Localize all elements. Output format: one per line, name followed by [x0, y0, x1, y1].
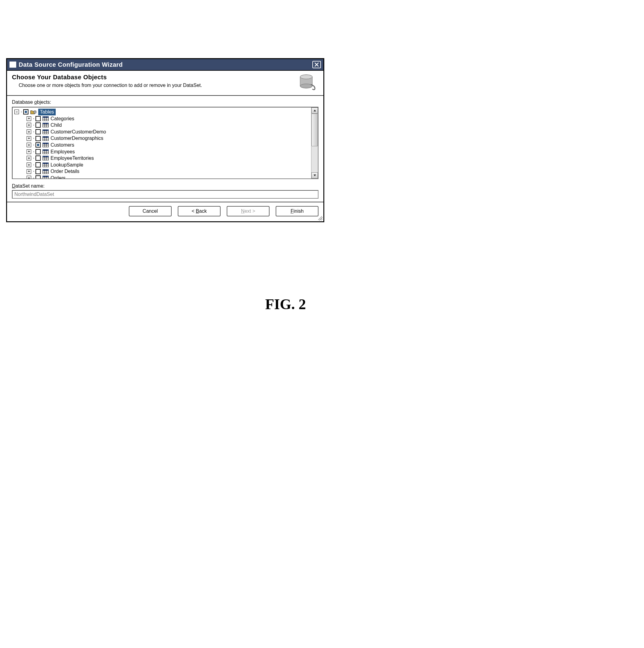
- checkbox[interactable]: [36, 116, 41, 121]
- dataset-name-input[interactable]: [12, 190, 318, 199]
- tree-connector: ···: [33, 156, 34, 160]
- tree-connector: ···: [33, 169, 34, 173]
- checkbox[interactable]: [36, 175, 41, 178]
- expand-icon[interactable]: +: [26, 163, 31, 167]
- tree-item-label[interactable]: Order Details: [51, 168, 79, 175]
- table-icon: [43, 176, 49, 178]
- collapse-icon[interactable]: −: [14, 110, 19, 114]
- table-icon: [43, 143, 49, 148]
- svg-rect-12: [43, 116, 49, 117]
- tree-connector: ···: [33, 150, 34, 154]
- titlebar-title: Data Source Configuration Wizard: [19, 61, 310, 68]
- tree-item-label[interactable]: CustomerCustomerDemo: [51, 128, 106, 135]
- back-button[interactable]: < Back: [178, 206, 221, 216]
- checkbox[interactable]: [36, 136, 41, 141]
- checkbox[interactable]: [36, 129, 41, 134]
- vertical-scrollbar[interactable]: [311, 107, 318, 178]
- checkbox[interactable]: [36, 142, 41, 148]
- tree-connector: ···: [21, 110, 21, 114]
- expand-icon[interactable]: +: [26, 129, 31, 134]
- svg-marker-77: [313, 110, 316, 111]
- tree-connector: ···: [33, 136, 34, 141]
- expand-icon[interactable]: +: [26, 169, 31, 174]
- footer: Cancel < Back Next > Finish: [7, 202, 324, 221]
- table-icon: [43, 123, 49, 128]
- tree-root-label[interactable]: Tables: [38, 109, 55, 115]
- header-title: Choose Your Database Objects: [12, 74, 293, 81]
- header-description: Choose one or more objects from your con…: [12, 82, 232, 89]
- tree-connector: ···: [33, 163, 34, 167]
- tree-connector: ···: [33, 176, 34, 178]
- titlebar[interactable]: Data Source Configuration Wizard: [7, 59, 324, 71]
- svg-point-8: [300, 84, 312, 88]
- table-icon: [43, 129, 49, 134]
- next-button[interactable]: Next >: [227, 206, 270, 216]
- resize-grip[interactable]: [318, 216, 323, 220]
- figure-label: FIG. 2: [6, 296, 331, 313]
- dataset-name-label: DataSet name:: [12, 183, 318, 189]
- scroll-track[interactable]: [311, 146, 318, 172]
- checkbox[interactable]: [36, 149, 41, 154]
- expand-icon[interactable]: +: [26, 136, 31, 141]
- svg-rect-60: [43, 169, 49, 170]
- svg-rect-42: [43, 149, 49, 151]
- tree-connector: ···: [33, 130, 34, 134]
- tree-connector: ···: [33, 143, 34, 147]
- expand-icon[interactable]: +: [26, 116, 31, 121]
- tree-connector: ···: [33, 123, 34, 127]
- tree-connector: ···: [33, 117, 34, 121]
- finish-button[interactable]: Finish: [276, 206, 318, 216]
- checkbox[interactable]: [23, 109, 28, 114]
- svg-rect-66: [43, 176, 49, 177]
- svg-rect-2: [13, 62, 16, 64]
- header: Choose Your Database Objects Choose one …: [7, 71, 324, 96]
- tree-item-label[interactable]: Child: [51, 122, 61, 128]
- checkbox[interactable]: [36, 169, 41, 174]
- checkbox[interactable]: [36, 156, 41, 161]
- dialog: Data Source Configuration Wizard Choose …: [6, 58, 324, 222]
- svg-marker-78: [313, 174, 316, 176]
- svg-rect-18: [43, 123, 49, 124]
- scroll-up-button[interactable]: [311, 107, 318, 114]
- table-icon: [43, 136, 49, 141]
- svg-rect-36: [43, 143, 49, 144]
- svg-point-9: [300, 75, 312, 79]
- tree-item-label[interactable]: Customers: [51, 142, 74, 149]
- wizard-icon: [9, 61, 16, 68]
- expand-icon[interactable]: +: [26, 149, 31, 154]
- tree-item-label[interactable]: LookupSample: [51, 162, 83, 168]
- expand-icon[interactable]: +: [26, 123, 31, 127]
- tree-container: −···Tables+···Categories+···Child+···Cus…: [12, 107, 318, 179]
- expand-icon[interactable]: +: [26, 143, 31, 147]
- svg-rect-48: [43, 156, 49, 157]
- database-icon: [297, 74, 318, 91]
- database-objects-label: Database objects:: [12, 100, 318, 105]
- svg-rect-30: [43, 136, 49, 138]
- table-icon: [43, 163, 49, 167]
- scroll-down-button[interactable]: [311, 172, 318, 178]
- svg-rect-54: [43, 163, 49, 164]
- expand-icon[interactable]: +: [26, 156, 31, 160]
- tree[interactable]: −···Tables+···Categories+···Child+···Cus…: [12, 107, 311, 178]
- close-button[interactable]: [312, 61, 321, 68]
- table-icon: [43, 149, 49, 154]
- tree-item-label[interactable]: Orders: [51, 175, 65, 178]
- tables-folder-icon: [30, 110, 37, 114]
- table-icon: [43, 116, 49, 121]
- expand-icon[interactable]: +: [26, 176, 31, 178]
- table-icon: [43, 169, 49, 174]
- tree-item-label[interactable]: CustomerDemographics: [51, 135, 103, 142]
- tree-item-label[interactable]: Categories: [51, 115, 74, 122]
- svg-rect-24: [43, 130, 49, 131]
- checkbox[interactable]: [36, 162, 41, 167]
- tree-item-label[interactable]: EmployeeTerritories: [51, 155, 94, 162]
- cancel-button[interactable]: Cancel: [129, 206, 172, 216]
- table-icon: [43, 156, 49, 161]
- scroll-thumb[interactable]: [311, 114, 318, 146]
- checkbox[interactable]: [36, 122, 41, 128]
- tree-item-label[interactable]: Employees: [51, 149, 75, 155]
